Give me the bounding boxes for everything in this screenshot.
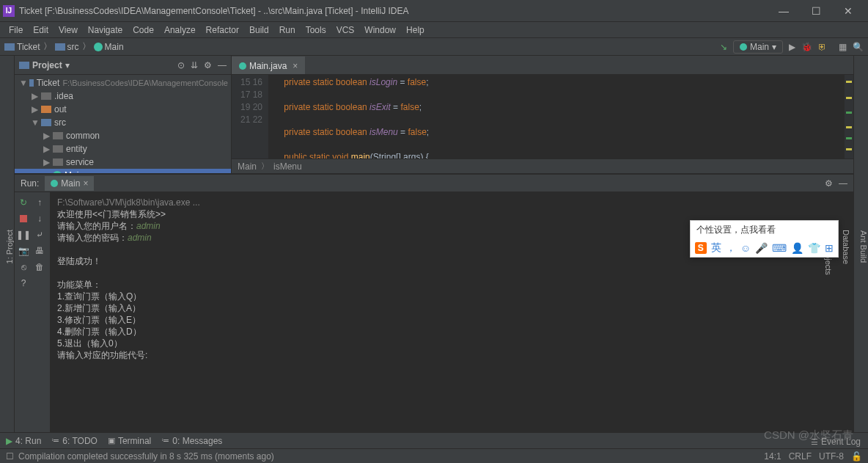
watermark: CSDN @水坚石青 (764, 429, 853, 442)
tool-project[interactable]: 1: Project (5, 230, 14, 263)
sogou-icon[interactable]: S (695, 242, 707, 254)
status-bar: ☐ Compilation completed successfully in … (0, 448, 868, 463)
menu-code[interactable]: Code (128, 23, 158, 37)
line-gutter: 15 16 17 18 19 20 21 22 (232, 75, 268, 158)
tool-terminal[interactable]: ▣ Terminal (108, 436, 151, 446)
wrap-icon[interactable]: ⤶ (32, 227, 47, 242)
debug-button[interactable]: 🐞 (801, 42, 812, 52)
stop-button[interactable] (16, 211, 31, 226)
run-label: Run: (21, 178, 39, 189)
class-icon (94, 43, 103, 51)
menu-window[interactable]: Window (360, 23, 400, 37)
menu-vcs[interactable]: VCS (332, 23, 359, 37)
encoding[interactable]: UTF-8 (819, 451, 844, 462)
tree-node[interactable]: ▶.idea (15, 90, 231, 103)
close-tab-icon[interactable]: × (83, 178, 88, 189)
status-message: Compilation completed successfully in 8 … (18, 451, 274, 462)
close-tab-icon[interactable]: × (293, 61, 298, 71)
trash-icon[interactable]: 🗑 (32, 260, 47, 274)
ime-voice-icon[interactable]: 🎤 (755, 242, 768, 254)
folder-icon (19, 62, 29, 69)
maximize-button[interactable]: ☐ (805, 5, 827, 17)
minimize-button[interactable]: — (773, 5, 795, 17)
ime-lang[interactable]: 英 (711, 241, 721, 255)
camera-icon[interactable]: 📷 (16, 244, 31, 258)
exit-icon[interactable]: ⎋ (16, 260, 31, 274)
project-tree[interactable]: ▼Ticket F:\BusinessCodes\IDEA\Management… (15, 75, 231, 173)
collapse-icon[interactable]: ⇊ (191, 60, 198, 70)
search-icon[interactable]: 🔍 (853, 42, 864, 52)
print-icon[interactable]: 🖶 (32, 244, 47, 258)
ime-keyboard-icon[interactable]: ⌨ (772, 242, 787, 254)
layout-icon[interactable]: ▦ (839, 42, 847, 52)
tree-node[interactable]: ▼src (15, 116, 231, 129)
gear-icon[interactable]: ⚙ (825, 178, 833, 189)
left-tool-strip: 1: Project 7: Structure 2: Favorites (0, 56, 15, 432)
run-tab-main[interactable]: Main × (45, 176, 94, 191)
tool-todo[interactable]: ≔ 6: TODO (51, 436, 98, 446)
folder-icon (4, 43, 15, 51)
breadcrumb[interactable]: Ticket〉 src〉 Main (4, 40, 124, 53)
tool-database[interactable]: Database (842, 230, 850, 264)
pause-icon[interactable]: ❚❚ (16, 227, 31, 242)
menu-analyze[interactable]: Analyze (160, 23, 200, 37)
menu-edit[interactable]: Edit (29, 23, 53, 37)
ime-popup[interactable]: 个性设置，点我看看 S 英 ， ☺ 🎤 ⌨ 👤 👕 ⊞ (690, 220, 839, 258)
editor-tab-main[interactable]: Main.java × (232, 56, 305, 74)
tree-node[interactable]: ▶entity (15, 142, 231, 156)
up-icon[interactable]: ↑ (32, 195, 47, 210)
ime-tools-icon[interactable]: ⊞ (825, 242, 834, 254)
close-button[interactable]: ✕ (837, 5, 859, 17)
gear-icon[interactable]: ⚙ (204, 60, 212, 70)
menu-file[interactable]: File (4, 23, 27, 37)
cursor-position[interactable]: 14:1 (764, 451, 781, 462)
marker-strip[interactable] (845, 75, 853, 158)
code-content[interactable]: private static boolean isLogin = false; … (268, 75, 845, 158)
run-config-selector[interactable]: Main ▾ (733, 40, 783, 54)
bottom-toolbar: ▶4: Run ≔ 6: TODO ▣ Terminal ≔ 0: Messag… (0, 432, 868, 448)
rerun-button[interactable]: ↻ (16, 195, 31, 210)
chevron-down-icon[interactable]: ▾ (65, 60, 70, 70)
menu-refactor[interactable]: Refactor (202, 23, 243, 37)
hide-icon[interactable]: — (839, 178, 847, 189)
menu-navigate[interactable]: Navigate (84, 23, 127, 37)
ime-punct-icon[interactable]: ， (726, 241, 736, 255)
tree-node[interactable]: ▼Ticket F:\BusinessCodes\IDEA\Management… (15, 76, 231, 90)
tree-node[interactable]: ▶service (15, 156, 231, 169)
project-header-title: Project (32, 60, 62, 70)
run-button[interactable]: ▶ (789, 42, 795, 52)
build-icon[interactable]: ↘ (720, 42, 727, 52)
tool-messages[interactable]: ≔ 0: Messages (161, 436, 222, 446)
class-icon (239, 62, 246, 70)
ime-emoji-icon[interactable]: ☺ (740, 242, 751, 254)
editor: Main.java × 15 16 17 18 19 20 21 22 priv… (232, 56, 853, 173)
lock-icon[interactable]: 🔓 (851, 451, 862, 462)
ime-skin-icon[interactable]: 👕 (808, 242, 820, 254)
right-tool-strip: Ant Build Database Maven Projects (853, 56, 868, 432)
hide-icon[interactable]: — (218, 60, 227, 70)
titlebar: IJ Ticket [F:\BusinessCodes\IDEA\Managem… (0, 0, 868, 22)
status-icon: ☐ (6, 451, 14, 462)
tool-antbuild[interactable]: Ant Build (859, 230, 868, 263)
tree-node[interactable]: ▶out (15, 103, 231, 116)
class-icon (740, 43, 747, 51)
menu-run[interactable]: Run (275, 23, 300, 37)
locate-icon[interactable]: ⊙ (177, 60, 185, 70)
ime-tooltip: 个性设置，点我看看 (691, 221, 838, 239)
menu-tools[interactable]: Tools (301, 23, 331, 37)
run-panel: Run: Main × ⚙ — ↻↑ ↓ ❚❚⤶ 📷🖶 (15, 173, 853, 432)
coverage-button[interactable]: ⛨ (818, 42, 827, 52)
line-sep[interactable]: CRLF (789, 451, 812, 462)
menu-build[interactable]: Build (245, 23, 273, 37)
tool-run[interactable]: ▶4: Run (6, 436, 41, 446)
app-icon: IJ (3, 5, 15, 17)
folder-icon (55, 43, 65, 51)
menubar: File Edit View Navigate Code Analyze Ref… (0, 22, 868, 38)
tree-node[interactable]: ▶common (15, 129, 231, 142)
ime-person-icon[interactable]: 👤 (791, 242, 803, 254)
menu-view[interactable]: View (54, 23, 82, 37)
help-icon[interactable]: ? (16, 276, 31, 291)
editor-breadcrumb[interactable]: Main 〉 isMenu (232, 158, 853, 173)
down-icon[interactable]: ↓ (32, 211, 47, 226)
menu-help[interactable]: Help (402, 23, 429, 37)
